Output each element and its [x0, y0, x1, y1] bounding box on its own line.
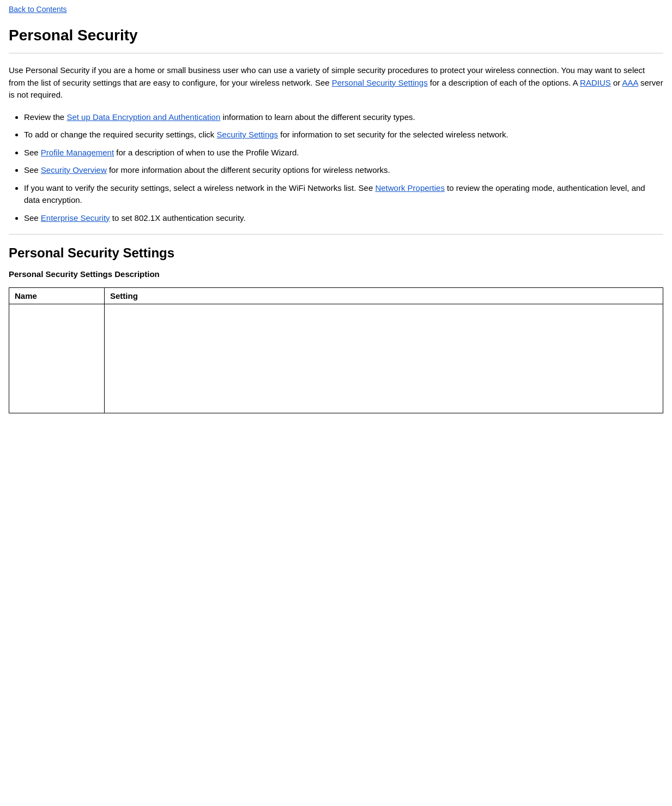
col-name-header: Name — [9, 288, 105, 304]
table-cell-name — [9, 304, 105, 413]
bullet-link-3[interactable]: Security Overview — [41, 165, 107, 175]
intro-text-2: for a description of each of the options… — [428, 78, 580, 87]
aaa-link[interactable]: AAA — [622, 78, 638, 87]
bullet-link-2[interactable]: Profile Management — [41, 148, 114, 157]
divider-1 — [9, 53, 663, 53]
bullet-item: Review the Set up Data Encryption and Au… — [24, 111, 663, 124]
bullet-link-0[interactable]: Set up Data Encryption and Authenticatio… — [66, 112, 220, 122]
personal-security-settings-link[interactable]: Personal Security Settings — [332, 78, 428, 87]
settings-table: Name Setting — [9, 287, 663, 413]
settings-subsection-title: Personal Security Settings Description — [9, 269, 663, 279]
back-to-contents-link[interactable]: Back to Contents — [9, 5, 67, 14]
bullet-item: See Security Overview for more informati… — [24, 164, 663, 177]
bullet-link-1[interactable]: Security Settings — [217, 130, 279, 139]
settings-section-title: Personal Security Settings — [9, 245, 663, 261]
bullet-item: To add or change the required security s… — [24, 129, 663, 141]
table-row — [9, 304, 663, 413]
bullet-link-5[interactable]: Enterprise Security — [41, 213, 110, 222]
page-title: Personal Security — [9, 27, 663, 44]
bullet-link-4[interactable]: Network Properties — [375, 183, 445, 193]
divider-2 — [9, 234, 663, 234]
radius-link[interactable]: RADIUS — [580, 78, 611, 87]
intro-paragraph: Use Personal Security if you are a home … — [9, 64, 663, 101]
bullet-list: Review the Set up Data Encryption and Au… — [9, 111, 663, 225]
table-cell-setting — [105, 304, 663, 413]
bullet-item: See Enterprise Security to set 802.1X au… — [24, 212, 663, 225]
table-header-row: Name Setting — [9, 288, 663, 304]
intro-text-3: or — [611, 78, 622, 87]
col-setting-header: Setting — [105, 288, 663, 304]
bullet-item: If you want to verify the security setti… — [24, 182, 663, 207]
bullet-item: See Profile Management for a description… — [24, 147, 663, 159]
